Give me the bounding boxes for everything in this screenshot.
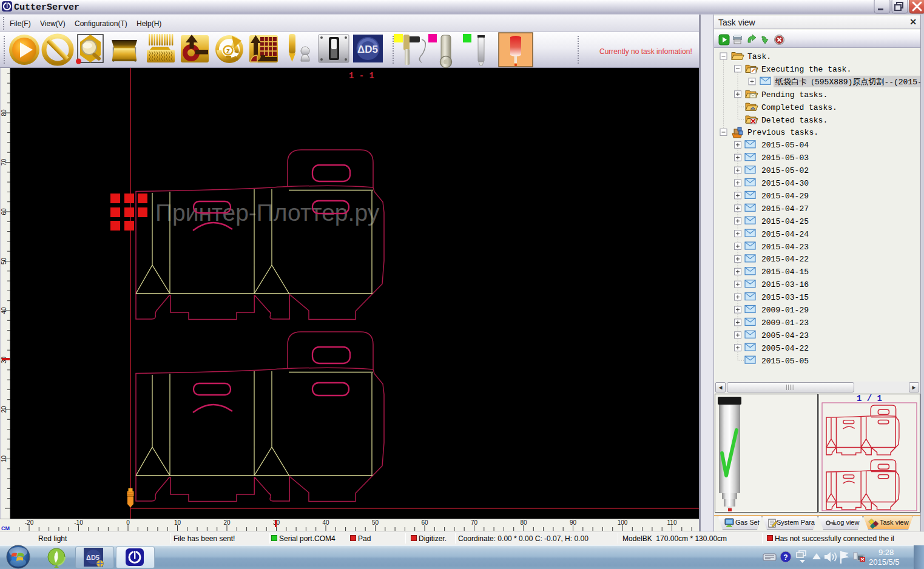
svg-text:10: 10	[1, 456, 7, 463]
svg-text:2009-01-23: 2009-01-23	[761, 318, 809, 328]
svg-text:2015-04-25: 2015-04-25	[761, 217, 809, 226]
svg-text:1 / 1: 1 / 1	[857, 394, 882, 403]
svg-text:2015-05-05: 2015-05-05	[761, 357, 809, 366]
svg-text:80: 80	[520, 519, 527, 526]
svg-text:50: 50	[372, 519, 379, 526]
svg-text:1 - 1: 1 - 1	[349, 71, 374, 81]
svg-text:60: 60	[1, 208, 7, 215]
svg-text:Executing the task.: Executing the task.	[761, 65, 851, 74]
svg-text:z: z	[226, 47, 230, 55]
svg-text:2015-04-23: 2015-04-23	[761, 243, 809, 252]
svg-text:10: 10	[174, 519, 181, 526]
svg-text:Previous tasks.: Previous tasks.	[747, 128, 818, 137]
svg-text:0: 0	[126, 519, 130, 526]
svg-text:-10: -10	[74, 519, 83, 526]
svg-text:50: 50	[1, 258, 7, 265]
svg-text:100: 100	[618, 519, 628, 526]
svg-text:2005-04-22: 2005-04-22	[761, 344, 809, 353]
svg-text:ΔD5: ΔD5	[357, 44, 378, 55]
svg-text:2015-05-03: 2015-05-03	[761, 153, 809, 163]
svg-text:2015-04-27: 2015-04-27	[761, 204, 809, 214]
svg-text:-20: -20	[25, 519, 34, 526]
svg-text:80: 80	[1, 109, 7, 116]
svg-text:20: 20	[223, 519, 231, 526]
svg-text:Completed tasks.: Completed tasks.	[761, 103, 837, 112]
svg-text:60: 60	[421, 519, 428, 526]
svg-text:110: 110	[667, 519, 677, 526]
svg-text:90: 90	[570, 519, 577, 526]
svg-text:ΔD5: ΔD5	[86, 554, 99, 561]
svg-text:Task.: Task.	[747, 52, 771, 61]
svg-text:2015-04-29: 2015-04-29	[761, 192, 809, 201]
svg-text:2015-04-22: 2015-04-22	[761, 255, 809, 264]
svg-text:2015-03-15: 2015-03-15	[761, 293, 809, 302]
svg-text:2015-04-15: 2015-04-15	[761, 268, 809, 277]
svg-text:40: 40	[322, 519, 329, 526]
svg-text:Pending tasks.: Pending tasks.	[761, 90, 828, 99]
svg-text:CM: CM	[1, 525, 10, 531]
svg-text:2015-04-30: 2015-04-30	[761, 179, 809, 188]
svg-text:2009-01-29: 2009-01-29	[761, 306, 809, 315]
svg-text:2005-04-23: 2005-04-23	[761, 331, 809, 340]
svg-text:2015-05-02: 2015-05-02	[761, 166, 809, 175]
svg-text:Deleted tasks.: Deleted tasks.	[761, 116, 828, 125]
svg-text:20: 20	[1, 406, 7, 413]
svg-text:纸袋白卡（595X889)原点切割--(2015-: 纸袋白卡（595X889)原点切割--(2015-	[775, 78, 922, 87]
svg-text:2015-05-04: 2015-05-04	[761, 141, 809, 150]
svg-text:2015-03-16: 2015-03-16	[761, 280, 809, 289]
svg-text:2015-04-24: 2015-04-24	[761, 230, 809, 239]
svg-text:70: 70	[471, 519, 478, 526]
svg-text:70: 70	[1, 159, 7, 166]
svg-text:?: ?	[783, 553, 787, 562]
svg-text:40: 40	[1, 307, 7, 314]
